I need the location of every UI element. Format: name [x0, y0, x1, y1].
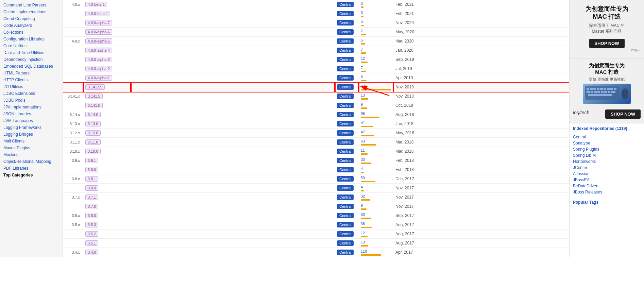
- repo-link-hortonworks[interactable]: Hortonworks: [573, 158, 641, 165]
- usages-link[interactable]: 7: [361, 29, 363, 33]
- sidebar-item-i-o-utilities[interactable]: I/O Utilities: [0, 83, 63, 90]
- version-badge[interactable]: 3.4.0: [85, 250, 98, 255]
- sidebar-item-command-line-parsers[interactable]: Command Line Parsers: [0, 2, 63, 9]
- usages-link[interactable]: 9: [361, 102, 363, 106]
- version-badge[interactable]: 3.8.0: [85, 185, 98, 191]
- version-badge[interactable]: 4.0.0-alpha-6: [85, 29, 112, 35]
- usages-link[interactable]: 110: [361, 249, 367, 253]
- version-badge[interactable]: 3.7.1: [85, 194, 98, 200]
- repo-badge[interactable]: Central: [337, 185, 354, 191]
- repo-badge[interactable]: Central: [337, 29, 354, 35]
- repo-badge[interactable]: Central: [337, 20, 354, 26]
- repo-link-atlassian[interactable]: Atlassian: [573, 171, 641, 177]
- repo-badge[interactable]: Central: [337, 194, 354, 200]
- version-badge[interactable]: 4.0.0-alpha-2: [85, 66, 112, 71]
- version-badge[interactable]: 3.5.2: [85, 231, 98, 237]
- repo-link-central[interactable]: Central: [573, 134, 641, 140]
- repo-badge[interactable]: Central: [337, 222, 354, 227]
- repo-badge[interactable]: Central: [337, 149, 354, 154]
- usages-link[interactable]: 12: [361, 56, 365, 61]
- usages-link[interactable]: 11: [361, 148, 365, 152]
- repo-link-jbossea[interactable]: JBossEA: [573, 177, 641, 183]
- repo-badge[interactable]: Central: [337, 84, 354, 90]
- repo-badge[interactable]: Central: [337, 2, 354, 7]
- repo-badge[interactable]: Central: [337, 66, 354, 71]
- usages-link[interactable]: 33: [361, 157, 365, 162]
- version-badge[interactable]: 4.0.0-alpha-3: [85, 57, 112, 62]
- repo-badge[interactable]: Central: [337, 204, 354, 209]
- usages-link[interactable]: 63: [361, 139, 365, 143]
- usages-link[interactable]: 59: [361, 176, 365, 180]
- sidebar-item-pdf-libraries[interactable]: PDF Libraries: [0, 165, 63, 172]
- repo-badge[interactable]: Central: [337, 158, 354, 163]
- sidebar-item-maven-plugins[interactable]: Maven Plugins: [0, 145, 63, 151]
- sidebar-item-date-and-time-utilities[interactable]: Date and Time Utilities: [0, 49, 63, 56]
- usages-link[interactable]: 4: [361, 167, 363, 171]
- usages-link[interactable]: 8: [361, 75, 363, 79]
- version-badge[interactable]: 3.9.1: [85, 158, 98, 163]
- repo-badge[interactable]: Central: [337, 240, 354, 246]
- version-badge[interactable]: 3.10.0: [85, 149, 101, 154]
- version-badge[interactable]: 3.13.0: [85, 121, 101, 126]
- version-badge[interactable]: 3.141.59: [85, 84, 105, 90]
- usages-link[interactable]: 5: [361, 38, 363, 42]
- usages-link[interactable]: 3: [361, 11, 363, 15]
- repo-link-spring-plugins[interactable]: Spring Plugins: [573, 146, 641, 152]
- sidebar-item-http-clients[interactable]: HTTP Clients: [0, 77, 63, 83]
- usages-link[interactable]: 3: [361, 1, 363, 5]
- sidebar-item-object-relational-mapping[interactable]: Object/Relational Mapping: [0, 158, 63, 165]
- sidebar-item-logging-bridges[interactable]: Logging Bridges: [0, 131, 63, 138]
- usages-link[interactable]: 41: [361, 121, 365, 125]
- usages-link[interactable]: 98: [361, 112, 365, 116]
- version-badge[interactable]: 3.14.0: [85, 112, 101, 117]
- repo-badge[interactable]: Central: [337, 121, 354, 126]
- version-badge[interactable]: 3.7.0: [85, 204, 98, 209]
- version-badge[interactable]: 4.0.0-alpha-4: [85, 48, 112, 53]
- usages-link[interactable]: 32: [361, 194, 365, 198]
- repo-badge[interactable]: Central: [337, 48, 354, 53]
- usages-link[interactable]: 4: [361, 20, 363, 24]
- repo-badge[interactable]: Central: [337, 103, 354, 108]
- sidebar-item-jdbc-pools[interactable]: JDBC Pools: [0, 97, 63, 104]
- sidebar-item-logging-frameworks[interactable]: Logging Frameworks: [0, 124, 63, 131]
- repo-link-bedatadriven[interactable]: BeDataDriven: [573, 183, 641, 189]
- sidebar-item-top-categories[interactable]: Top Categories: [0, 172, 63, 179]
- sidebar-item-embedded-sql-databases[interactable]: Embedded SQL Databases: [0, 63, 63, 70]
- sidebar-item-mail-clients[interactable]: Mail Clients: [0, 138, 63, 145]
- version-badge[interactable]: 3.141.5: [85, 94, 103, 99]
- repo-badge[interactable]: Central: [337, 176, 354, 182]
- repo-badge[interactable]: Central: [337, 213, 354, 218]
- version-badge[interactable]: 3.9.0: [85, 167, 98, 172]
- repo-badge[interactable]: Central: [337, 250, 354, 255]
- usages-link[interactable]: 7: [361, 66, 363, 70]
- sidebar-item-json-libraries[interactable]: JSON Libraries: [0, 111, 63, 117]
- repo-badge[interactable]: Central: [337, 38, 354, 44]
- repo-badge[interactable]: Central: [337, 130, 354, 136]
- repo-badge[interactable]: Central: [337, 139, 354, 145]
- version-badge[interactable]: 3.6.0: [85, 213, 98, 218]
- repo-link-jcenter[interactable]: JCenter: [573, 165, 641, 171]
- version-badge[interactable]: 4.0.0-alpha-1: [85, 75, 112, 81]
- repo-badge[interactable]: Central: [337, 75, 354, 81]
- sidebar-item-cache-implementations[interactable]: Cache Implementations: [0, 9, 63, 15]
- version-badge[interactable]: 4.0.0-alpha-5: [85, 38, 112, 44]
- usages-link[interactable]: 47: [361, 130, 365, 134]
- usages-link[interactable]: 13: [361, 240, 365, 244]
- repo-badge[interactable]: Central: [337, 57, 354, 62]
- sidebar-item-jdbc-extensions[interactable]: JDBC Extensions: [0, 90, 63, 97]
- repo-badge[interactable]: Central: [337, 94, 354, 99]
- sidebar-item-html-parsers[interactable]: HTML Parsers: [0, 70, 63, 77]
- sidebar-item-core-utilities[interactable]: Core Utilities: [0, 43, 63, 49]
- repo-badge[interactable]: Central: [337, 112, 354, 117]
- usages-link[interactable]: 13: [361, 93, 365, 97]
- repo-badge[interactable]: Central: [337, 167, 354, 172]
- sidebar-item-configuration-libraries[interactable]: Configuration Libraries: [0, 36, 63, 43]
- usages-link[interactable]: 38: [361, 222, 365, 226]
- sidebar-item-jpa-implementations[interactable]: JPA Implementations: [0, 104, 63, 111]
- version-badge[interactable]: 3.12.0: [85, 130, 101, 136]
- usages-link[interactable]: 12: [361, 231, 365, 235]
- version-badge[interactable]: 4.0.0-alpha-7: [85, 20, 112, 26]
- sidebar-item-code-analyzers[interactable]: Code Analyzers: [0, 22, 63, 29]
- version-badge[interactable]: 3.8.1: [85, 176, 98, 182]
- repo-badge[interactable]: Central: [337, 11, 354, 16]
